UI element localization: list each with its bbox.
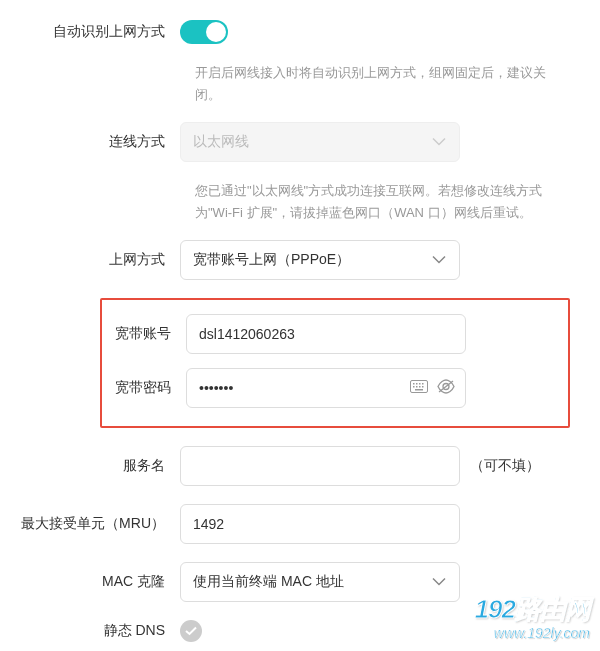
service-name-label: 服务名 (20, 457, 180, 475)
svg-rect-5 (413, 386, 415, 388)
svg-rect-4 (422, 383, 424, 385)
svg-rect-7 (419, 386, 421, 388)
svg-rect-3 (419, 383, 421, 385)
eye-off-icon[interactable] (436, 379, 456, 397)
pppoe-account-label: 宽带账号 (106, 325, 186, 343)
chevron-down-icon (432, 138, 446, 147)
connection-mode-select: 以太网线 (180, 122, 460, 162)
mac-clone-label: MAC 克隆 (20, 573, 180, 591)
pppoe-credentials-box: 宽带账号 宽带密码 (100, 298, 570, 428)
connection-mode-label: 连线方式 (20, 133, 180, 151)
auto-detect-label: 自动识别上网方式 (20, 23, 180, 41)
mru-input[interactable] (180, 504, 460, 544)
internet-mode-label: 上网方式 (20, 251, 180, 269)
static-dns-label: 静态 DNS (20, 622, 180, 640)
auto-detect-hint: 开启后网线接入时将自动识别上网方式，组网固定后，建议关闭。 (20, 62, 570, 106)
mac-clone-select[interactable]: 使用当前终端 MAC 地址 (180, 562, 460, 602)
service-name-input[interactable] (180, 446, 460, 486)
chevron-down-icon[interactable] (432, 578, 446, 587)
svg-rect-2 (416, 383, 418, 385)
svg-rect-1 (413, 383, 415, 385)
svg-rect-9 (415, 389, 423, 391)
auto-detect-toggle[interactable] (180, 20, 228, 44)
svg-rect-8 (422, 386, 424, 388)
keyboard-icon[interactable] (410, 380, 428, 396)
internet-mode-value: 宽带账号上网（PPPoE） (193, 251, 350, 269)
pppoe-account-input[interactable] (186, 314, 466, 354)
chevron-down-icon[interactable] (432, 256, 446, 265)
mru-label: 最大接受单元（MRU） (20, 515, 180, 533)
svg-rect-6 (416, 386, 418, 388)
connection-mode-value: 以太网线 (193, 133, 249, 151)
mac-clone-value: 使用当前终端 MAC 地址 (193, 573, 344, 591)
connection-mode-hint: 您已通过"以太网线"方式成功连接互联网。若想修改连线方式为"Wi-Fi 扩展"，… (20, 180, 570, 224)
pppoe-password-label: 宽带密码 (106, 379, 186, 397)
internet-mode-select[interactable]: 宽带账号上网（PPPoE） (180, 240, 460, 280)
service-name-suffix: （可不填） (470, 457, 540, 475)
static-dns-checkbox[interactable] (180, 620, 202, 642)
